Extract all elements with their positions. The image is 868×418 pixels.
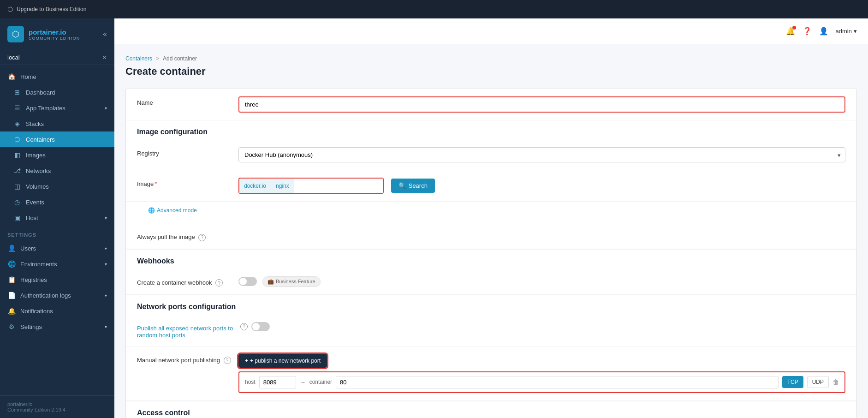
home-icon: 🏠 [7, 73, 16, 80]
notifications-icon: 🔔 [7, 307, 16, 315]
dashboard-icon: ⊞ [13, 89, 21, 96]
advanced-mode-row: 🌐 Advanced mode [126, 202, 856, 223]
sidebar-item-label: Notifications [20, 308, 107, 315]
search-button[interactable]: 🔍 Search [391, 179, 435, 193]
manual-publish-help-icon[interactable]: ? [224, 357, 231, 364]
image-label: Image [137, 178, 238, 187]
tcp-button[interactable]: TCP [782, 376, 803, 388]
webhook-toggle[interactable] [238, 277, 257, 286]
publish-all-help-icon[interactable]: ? [240, 323, 248, 330]
sidebar-item-dashboard[interactable]: ⊞ Dashboard [0, 84, 114, 100]
publish-all-field-row: Publish all exposed network ports to ran… [126, 315, 856, 346]
name-field-wrapper [238, 96, 845, 113]
always-pull-help-icon[interactable]: ? [198, 234, 206, 241]
user-profile-icon[interactable]: 👤 [819, 27, 828, 36]
sidebar-footer: portainer.io Community Edition 2.19.4 [0, 395, 114, 418]
image-input-row: docker.io nginx 🔍 Search [238, 178, 845, 194]
sidebar-item-networks[interactable]: ⎇ Networks [0, 163, 114, 179]
sidebar-item-label: Environments [20, 261, 100, 268]
manual-publish-label: Manual network port publishing ? [137, 354, 238, 364]
udp-button[interactable]: UDP [807, 376, 829, 388]
environments-icon: 🌐 [7, 260, 16, 268]
sidebar-item-host[interactable]: ▣ Host ▾ [0, 210, 114, 226]
registry-select[interactable]: Docker Hub (anonymous) Docker Hub (authe… [238, 147, 845, 162]
business-feature-badge[interactable]: 💼 Business Feature [262, 276, 321, 287]
sidebar: ⬡ portainer.io COMMUNITY EDITION « local… [0, 18, 114, 418]
env-selector: local ✕ [0, 50, 114, 65]
header-actions: 🔔 ❓ 👤 admin ▾ [786, 27, 857, 36]
sidebar-item-registries[interactable]: 📋 Registries [0, 272, 114, 287]
port-arrow: → [300, 379, 306, 386]
publish-all-link[interactable]: Publish all exposed network ports to ran… [137, 325, 238, 339]
always-pull-field-row: Always pull the image ? [126, 223, 856, 249]
search-icon: 🔍 [398, 182, 406, 189]
delete-port-button[interactable]: 🗑 [832, 378, 839, 386]
image-section-title: Image configuration [126, 120, 856, 140]
sidebar-item-notifications[interactable]: 🔔 Notifications [0, 303, 114, 319]
footer-version: Community Edition 2.19.4 [7, 407, 107, 412]
help-button[interactable]: ❓ [803, 27, 812, 36]
networks-icon: ⎇ [13, 167, 21, 174]
sidebar-item-label: Authentication logs [20, 292, 100, 299]
sidebar-item-settings[interactable]: ⚙ Settings ▾ [0, 319, 114, 334]
sidebar-item-label: Registries [20, 276, 107, 283]
always-pull-label: Always pull the image ? [137, 231, 238, 241]
globe-icon: 🌐 [148, 207, 155, 214]
sidebar-item-label: Host [26, 215, 100, 221]
sidebar-item-events[interactable]: ◷ Events [0, 194, 114, 210]
name-input[interactable] [239, 97, 844, 112]
upgrade-banner[interactable]: ⬡ Upgrade to Business Edition [7, 6, 86, 13]
sidebar-item-app-templates[interactable]: ☰ App Templates ▾ [0, 100, 114, 116]
image-field-wrapper: docker.io nginx [238, 178, 384, 194]
webhook-field-row: Create a container webhook ? 💼 Business … [126, 269, 856, 295]
image-name-tag: nginx [271, 179, 294, 193]
sidebar-logo: ⬡ portainer.io COMMUNITY EDITION « [0, 18, 114, 50]
auth-logs-icon: 📄 [7, 292, 16, 299]
host-icon: ▣ [13, 214, 21, 221]
logo-icon: ⬡ [7, 26, 24, 42]
notifications-bell-button[interactable]: 🔔 [786, 27, 795, 36]
sidebar-item-label: Networks [26, 167, 107, 174]
search-btn-label: Search [409, 182, 428, 189]
env-close-button[interactable]: ✕ [102, 54, 107, 61]
create-container-form: Name Image configuration Registry [125, 89, 857, 418]
breadcrumb-parent[interactable]: Containers [125, 55, 152, 62]
chevron-down-icon: ▾ [105, 324, 107, 329]
publish-all-toggle[interactable] [251, 322, 270, 331]
sidebar-item-label: Stacks [26, 120, 107, 127]
advanced-mode-link[interactable]: 🌐 Advanced mode [137, 203, 208, 217]
sidebar-item-volumes[interactable]: ◫ Volumes [0, 179, 114, 194]
sidebar-item-environments[interactable]: 🌐 Environments ▾ [0, 256, 114, 272]
images-icon: ◧ [13, 151, 21, 159]
sidebar-item-auth-logs[interactable]: 📄 Authentication logs ▾ [0, 287, 114, 303]
always-pull-toggle-content [238, 231, 845, 238]
sidebar-item-label: Dashboard [26, 89, 107, 96]
manual-publish-content: + + publish a new network port host → co… [238, 354, 845, 393]
sidebar-item-label: Users [20, 245, 100, 252]
content-body: Containers > Add container Create contai… [114, 44, 868, 418]
sidebar-item-users[interactable]: 👤 Users ▾ [0, 240, 114, 256]
plus-icon: + [245, 358, 248, 364]
chevron-down-icon: ▾ [105, 293, 107, 298]
sidebar-item-images[interactable]: ◧ Images [0, 147, 114, 163]
registry-label: Registry [137, 147, 238, 157]
briefcase-icon: 💼 [268, 279, 274, 285]
advanced-mode-label: Advanced mode [157, 207, 197, 214]
image-registry-tag: docker.io [239, 179, 271, 193]
webhook-help-icon[interactable]: ? [215, 279, 223, 287]
sidebar-item-containers[interactable]: ⬡ Containers [0, 131, 114, 147]
admin-user-button[interactable]: admin ▾ [836, 28, 857, 35]
publish-new-port-button[interactable]: + + publish a new network port [238, 354, 327, 368]
content-header: 🔔 ❓ 👤 admin ▾ [114, 18, 868, 44]
sidebar-item-label: Images [26, 152, 107, 159]
registry-field-content: Docker Hub (anonymous) Docker Hub (authe… [238, 147, 845, 162]
sidebar-item-home[interactable]: 🏠 Home [0, 69, 114, 84]
port-host-input[interactable] [259, 376, 296, 388]
chevron-down-icon: ▾ [105, 246, 107, 251]
toggle-slider [251, 322, 270, 331]
sidebar-item-stacks[interactable]: ◈ Stacks [0, 116, 114, 131]
image-input[interactable] [294, 179, 383, 193]
sidebar-collapse-button[interactable]: « [103, 30, 107, 38]
port-container-input[interactable] [336, 376, 779, 388]
sidebar-item-label: Settings [20, 323, 100, 330]
